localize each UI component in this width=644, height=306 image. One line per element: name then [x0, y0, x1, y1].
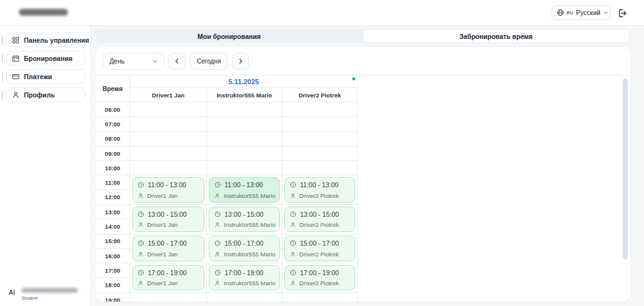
sidebar-item-4[interactable]: Профиль: [6, 87, 86, 102]
person-icon: [138, 251, 143, 257]
user-name-redacted: [21, 288, 78, 293]
booking-card[interactable]: 15:00 - 17:00Driver2 Piotrek: [284, 236, 355, 261]
hour-label: 06:00: [96, 102, 130, 117]
person-icon: [214, 251, 220, 257]
grid-cell[interactable]: [282, 293, 358, 302]
grid-cell[interactable]: [207, 146, 282, 161]
booking-person-name: Driver2 Piotrek: [299, 221, 339, 228]
grid-cell[interactable]: [282, 117, 358, 131]
booking-time: 11:00 - 13:00: [148, 181, 186, 189]
booking-time: 15:00 - 17:00: [148, 239, 187, 247]
next-day-button[interactable]: [232, 53, 249, 70]
clock-icon: [214, 211, 221, 217]
grid-cell[interactable]: [207, 132, 282, 146]
booking-card[interactable]: 13:00 - 15:00Driver2 Piotrek: [284, 207, 355, 232]
column-header-3: Driver2 Piotrek: [282, 88, 358, 102]
booking-person-name: Driver2 Piotrek: [299, 251, 339, 258]
grid-cell[interactable]: [282, 146, 358, 161]
booking-card[interactable]: 11:00 - 13:00Driver1 Jan: [132, 177, 204, 203]
booking-time: 13:00 - 15:00: [225, 210, 264, 218]
booking-time-row: 17:00 - 19:00: [138, 269, 199, 276]
person-icon: [214, 193, 220, 199]
booking-time-row: 11:00 - 13:00: [138, 181, 199, 189]
booking-time-row: 15:00 - 17:00: [214, 239, 274, 247]
sidebar-item-3[interactable]: Платежи: [6, 69, 86, 84]
grid-cell[interactable]: [207, 161, 282, 175]
booking-card[interactable]: 11:00 - 13:00Instruktor555 Mario: [209, 177, 280, 203]
booking-person-name: Driver1 Jan: [147, 192, 178, 199]
person-icon: [214, 222, 220, 227]
booking-time-row: 13:00 - 15:00: [290, 210, 350, 218]
grid-cell[interactable]: [207, 102, 282, 117]
hour-label: 14:00: [96, 219, 130, 234]
top-header: RU Русский: [0, 0, 644, 26]
calendar-toolbar: День Сегодня: [96, 47, 630, 75]
grid-cell[interactable]: [130, 117, 207, 131]
chevron-down-icon: [152, 58, 158, 64]
sidebar: Панель управленияБронированияПлатежиПроф…: [0, 26, 91, 306]
today-button[interactable]: Сегодня: [190, 53, 228, 70]
booking-card[interactable]: 11:00 - 13:00Driver2 Piotrek: [284, 177, 355, 203]
sidebar-item-2[interactable]: Бронирования: [6, 51, 86, 65]
grid-cell[interactable]: [130, 146, 207, 161]
language-selector[interactable]: RU Русский: [552, 5, 611, 20]
grid-cell[interactable]: [207, 293, 282, 302]
tab-my-bookings[interactable]: Мои бронирования: [96, 30, 363, 43]
logout-button[interactable]: [617, 8, 628, 19]
booking-person-name: Instruktor555 Mario: [224, 280, 275, 287]
booking-time-row: 15:00 - 17:00: [290, 239, 350, 247]
grid-cell[interactable]: [207, 117, 282, 131]
booking-card[interactable]: 13:00 - 15:00Driver1 Jan: [132, 207, 204, 232]
booking-person-row: Driver1 Jan: [138, 251, 199, 258]
sidebar-item-label: Платежи: [24, 73, 52, 80]
booking-time-row: 13:00 - 15:00: [214, 210, 274, 218]
booking-person-name: Instruktor555 Mario: [224, 251, 275, 258]
booking-time-row: 13:00 - 15:00: [138, 210, 199, 218]
grid-cell[interactable]: [130, 161, 207, 175]
booking-card[interactable]: 17:00 - 19:00Driver1 Jan: [132, 265, 204, 291]
booking-time: 11:00 - 13:00: [225, 181, 263, 189]
sidebar-item-1[interactable]: Панель управления: [6, 33, 86, 47]
grid-cell[interactable]: [130, 293, 207, 302]
grid-cell[interactable]: [130, 132, 207, 146]
booking-person-row: Driver1 Jan: [138, 192, 199, 199]
booking-time: 15:00 - 17:00: [300, 239, 339, 247]
clock-icon: [214, 270, 221, 276]
app-logo: [19, 9, 68, 16]
booking-time-row: 17:00 - 19:00: [290, 269, 350, 276]
hour-label: 12:00: [96, 190, 130, 205]
person-icon: [290, 280, 296, 286]
booking-time-row: 11:00 - 13:00: [214, 181, 274, 189]
booking-card[interactable]: 17:00 - 19:00Driver2 Piotrek: [284, 265, 355, 291]
hour-label: 19:00: [96, 293, 130, 302]
booking-person-row: Driver2 Piotrek: [290, 251, 350, 258]
clock-icon: [214, 240, 221, 246]
chevron-left-icon: [174, 58, 180, 64]
hour-label: 11:00: [96, 175, 130, 190]
booking-card[interactable]: 13:00 - 15:00Instruktor555 Mario: [209, 207, 280, 232]
grid-cell[interactable]: [282, 132, 358, 146]
clock-icon: [290, 211, 296, 217]
prev-day-button[interactable]: [169, 53, 186, 70]
day-grid-wrapper: Время 5.11.2025 Driver1 JanInstruktor555…: [96, 75, 358, 302]
chevron-right-icon: [238, 58, 243, 64]
column-header-2: Instruktor555 Mario: [207, 88, 282, 102]
grid-cell[interactable]: [282, 102, 358, 117]
view-mode-select[interactable]: День: [103, 53, 164, 70]
person-icon: [138, 280, 143, 286]
booking-time: 13:00 - 15:00: [300, 210, 339, 218]
sidebar-item-label: Панель управления: [24, 36, 89, 44]
booking-person-row: Driver2 Piotrek: [290, 192, 350, 199]
booking-person-row: Instruktor555 Mario: [214, 280, 274, 287]
tab-book-time[interactable]: Забронировать время: [363, 30, 630, 43]
date-header[interactable]: 5.11.2025: [130, 75, 358, 88]
grid-cell[interactable]: [130, 102, 207, 117]
scrollbar-thumb[interactable]: [623, 79, 628, 260]
grid-cell[interactable]: [282, 161, 358, 175]
language-label: Русский: [576, 9, 601, 16]
booking-card[interactable]: 17:00 - 19:00Instruktor555 Mario: [209, 265, 280, 291]
booking-card[interactable]: 15:00 - 17:00Driver1 Jan: [132, 236, 204, 261]
person-icon: [290, 193, 296, 199]
user-info: AI Student: [0, 282, 91, 301]
booking-card[interactable]: 15:00 - 17:00Instruktor555 Mario: [209, 236, 280, 261]
